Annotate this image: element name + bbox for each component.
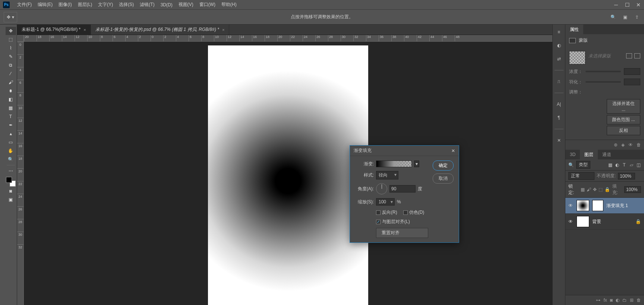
new-fill-icon[interactable]: ◐ bbox=[616, 298, 619, 303]
minimize-button[interactable]: ─ bbox=[610, 0, 622, 10]
lock-all-icon[interactable]: 🔒 bbox=[604, 187, 610, 192]
delete-layer-icon[interactable]: 🗑 bbox=[637, 298, 641, 303]
reverse-checkbox[interactable] bbox=[376, 210, 381, 215]
quickmask-tool[interactable]: ◙ bbox=[6, 187, 16, 195]
canvas[interactable] bbox=[208, 45, 368, 305]
filter-smart-icon[interactable]: ◫ bbox=[636, 162, 641, 168]
gradient-picker[interactable] bbox=[376, 161, 412, 167]
density-value[interactable] bbox=[624, 68, 640, 75]
dialog-close-icon[interactable]: ✕ bbox=[451, 148, 455, 153]
lock-trans-icon[interactable]: ▦ bbox=[581, 187, 585, 192]
brushes-icon[interactable]: ⎍ bbox=[555, 78, 563, 85]
filter-type-icon[interactable]: T bbox=[622, 162, 627, 168]
menu-filter[interactable]: 滤镜(T) bbox=[137, 1, 157, 8]
marquee-tool[interactable]: ⬚ bbox=[6, 35, 16, 44]
fx-icon[interactable]: fx bbox=[603, 298, 607, 303]
delete-mask-icon[interactable]: 🗑 bbox=[637, 142, 641, 147]
search-icon[interactable]: 🔍 bbox=[610, 14, 616, 20]
layer-thumbnail[interactable] bbox=[577, 200, 589, 211]
scale-input[interactable]: 100 bbox=[376, 198, 395, 206]
layer-row[interactable]: 👁 背景 🔒 bbox=[565, 214, 644, 230]
edit-toolbar[interactable]: ⋯ bbox=[6, 167, 16, 175]
tab-properties[interactable]: 属性 bbox=[565, 25, 583, 34]
eraser-tool[interactable]: ◧ bbox=[6, 95, 16, 104]
menu-view[interactable]: 视图(V) bbox=[176, 1, 196, 8]
stamp-tool[interactable]: ⧯ bbox=[6, 87, 16, 95]
angle-input[interactable] bbox=[389, 185, 416, 193]
filter-kind-dropdown[interactable]: 类型 bbox=[576, 161, 590, 169]
reset-align-button[interactable]: 重置对齐 bbox=[376, 228, 428, 238]
pixel-mask-icon[interactable] bbox=[626, 53, 632, 58]
filter-pixel-icon[interactable]: ▦ bbox=[607, 162, 613, 168]
menu-window[interactable]: 窗口(W) bbox=[196, 1, 218, 8]
history-icon[interactable]: ≡ bbox=[555, 28, 563, 36]
eyedropper-tool[interactable]: ⁄ bbox=[6, 70, 16, 78]
ruler-vertical[interactable]: 02468101214161820222426283032 bbox=[17, 42, 24, 305]
ruler-origin[interactable] bbox=[17, 35, 24, 42]
doc-tab-1[interactable]: 未标题-1 @ 66.7%(RGB/8#) * × bbox=[17, 25, 91, 35]
menu-select[interactable]: 选择(S) bbox=[116, 1, 137, 8]
visibility-icon[interactable]: 👁 bbox=[568, 203, 574, 208]
tab-3d[interactable]: 3D bbox=[565, 150, 580, 159]
doc-tab-2[interactable]: 未标题-1-恢复的-恢复的.psd @ 66.7% (椭圆 1 拷贝, RGB/… bbox=[91, 25, 230, 35]
filter-adjust-icon[interactable]: ◐ bbox=[615, 162, 620, 168]
styles-icon[interactable]: ⇄ bbox=[555, 55, 563, 63]
crop-tool[interactable]: ⧉ bbox=[6, 61, 16, 69]
cancel-button[interactable]: 取消 bbox=[433, 174, 454, 184]
maximize-button[interactable]: ☐ bbox=[622, 0, 633, 10]
feather-value[interactable] bbox=[624, 79, 640, 85]
foreground-color[interactable] bbox=[6, 177, 12, 183]
pen-tool[interactable]: ✒ bbox=[6, 121, 16, 129]
lock-nest-icon[interactable]: ⬚ bbox=[599, 187, 603, 192]
filter-search-icon[interactable]: 🔍 bbox=[568, 162, 574, 168]
disable-mask-icon[interactable]: 👁 bbox=[628, 142, 633, 147]
layer-name[interactable]: 背景 bbox=[592, 219, 632, 225]
close-icon[interactable]: × bbox=[83, 28, 86, 32]
path-select-tool[interactable]: ▴ bbox=[6, 130, 16, 138]
shape-tool[interactable]: ▭ bbox=[6, 138, 16, 146]
adjustments-icon[interactable]: ◐ bbox=[555, 42, 563, 49]
link-layers-icon[interactable]: ⊶ bbox=[596, 298, 600, 303]
blend-mode-dropdown[interactable]: 正常 bbox=[568, 172, 594, 180]
link-mask-icon[interactable]: ⊕ bbox=[614, 142, 618, 147]
close-button[interactable]: ✕ bbox=[633, 0, 644, 10]
layer-row[interactable]: 👁 渐变填充 1 bbox=[565, 198, 644, 214]
screenmode-tool[interactable]: ▣ bbox=[6, 196, 16, 204]
new-group-icon[interactable]: 🗀 bbox=[622, 298, 627, 303]
filter-shape-icon[interactable]: ▱ bbox=[629, 162, 634, 168]
menu-file[interactable]: 文件(F) bbox=[14, 1, 35, 8]
type-tool[interactable]: T bbox=[6, 112, 16, 121]
tool-preset-picker[interactable]: ✥ ▾ bbox=[4, 12, 17, 22]
opacity-value[interactable]: 100% bbox=[618, 173, 635, 179]
new-layer-icon[interactable]: ⊞ bbox=[630, 298, 634, 303]
density-slider[interactable] bbox=[585, 71, 621, 72]
menu-type[interactable]: 文字(Y) bbox=[95, 1, 116, 8]
apply-mask-icon[interactable]: ◈ bbox=[621, 142, 625, 147]
gradient-tool[interactable]: ▦ bbox=[6, 104, 16, 112]
lock-pos-icon[interactable]: ✥ bbox=[593, 187, 597, 192]
zoom-tool[interactable]: 🔍 bbox=[6, 155, 16, 163]
tools-icon[interactable]: ✕ bbox=[555, 137, 563, 144]
menu-help[interactable]: 帮助(H) bbox=[218, 1, 240, 8]
layer-mask-thumbnail[interactable] bbox=[592, 200, 603, 211]
feather-slider[interactable] bbox=[585, 81, 621, 83]
select-and-mask-button[interactable]: 选择并遮住 ... bbox=[607, 99, 640, 114]
paragraph-icon[interactable]: ¶ bbox=[555, 114, 563, 121]
dialog-titlebar[interactable]: 渐变填充 ✕ bbox=[350, 146, 459, 156]
align-checkbox[interactable] bbox=[376, 220, 381, 224]
tab-layers[interactable]: 图层 bbox=[580, 150, 598, 159]
workspace-icon[interactable]: ▣ bbox=[622, 14, 628, 20]
canvas-viewport[interactable] bbox=[24, 42, 552, 305]
menu-layer[interactable]: 图层(L) bbox=[75, 1, 95, 8]
layer-name[interactable]: 渐变填充 1 bbox=[606, 203, 641, 209]
lock-pixels-icon[interactable]: 🖌 bbox=[587, 187, 591, 192]
color-swatches[interactable] bbox=[6, 177, 16, 187]
lasso-tool[interactable]: ⌇ bbox=[6, 44, 16, 52]
angle-dial[interactable] bbox=[376, 183, 387, 194]
move-tool[interactable]: ✥ bbox=[6, 27, 16, 35]
menu-image[interactable]: 图像(I) bbox=[56, 1, 75, 8]
visibility-icon[interactable]: 👁 bbox=[568, 219, 574, 224]
brush-tool[interactable]: 🖌 bbox=[6, 78, 16, 86]
add-mask-icon[interactable]: ◙ bbox=[610, 298, 613, 303]
tool-expand-strip[interactable] bbox=[0, 25, 4, 305]
